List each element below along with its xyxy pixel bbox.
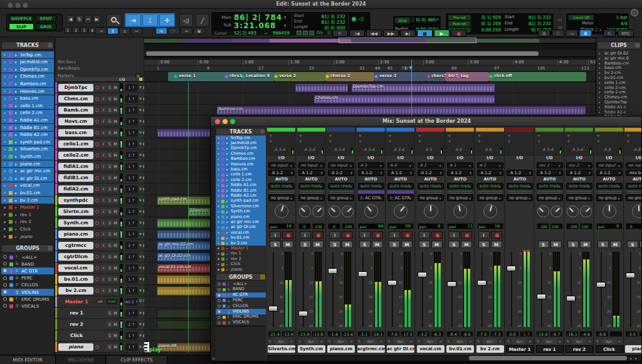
stop-button[interactable]: ■ [417, 29, 433, 37]
mix-scroll-right-icon[interactable]: ▸ [635, 356, 640, 360]
mix-group-item[interactable]: cAC GTR [216, 293, 266, 298]
clips-list-item[interactable]: ▸cello 1-cm [597, 81, 641, 86]
track-show-dot-icon[interactable] [4, 83, 6, 85]
mute-button[interactable]: M [113, 130, 118, 135]
send-slot-button[interactable]: A 5 [419, 148, 439, 153]
edit-track-header[interactable]: Bamb.cmISM1 ↑vpp [55, 105, 144, 116]
dyn-button[interactable]: dyn [304, 339, 318, 344]
pan-knob[interactable] [453, 204, 467, 218]
output-selector[interactable]: A 1-2↑ [298, 170, 325, 176]
peak-readout[interactable]: -17.5 [401, 331, 414, 337]
fader-mode-icon[interactable]: ⇅ [418, 339, 422, 344]
input-monitor-button[interactable]: I [101, 152, 106, 158]
io-assign-button[interactable]: 1 ↑ [125, 253, 138, 261]
track-show-dot-icon[interactable] [218, 200, 219, 202]
insert-slot-button[interactable]: + [329, 133, 334, 138]
counter-mini-icon[interactable]: C [327, 31, 332, 35]
group-active-icon[interactable] [3, 262, 7, 266]
io-assign-button[interactable]: 1 ↑ [125, 309, 138, 317]
group-active-icon[interactable] [218, 316, 221, 319]
track-show-dot-icon[interactable] [218, 159, 219, 160]
group-selector[interactable]: no group▾ [537, 194, 563, 201]
peak-readout[interactable] [609, 331, 623, 337]
mix-track-item[interactable]: ▸fiddle B1.cm [216, 188, 266, 193]
solo-button[interactable]: S [107, 231, 112, 237]
mute-button[interactable]: M [113, 164, 118, 169]
input-selector[interactable]: no input▾ [596, 162, 623, 169]
peak-readout[interactable]: -23.4 [341, 331, 354, 337]
io-assign-button[interactable]: 1 ↑ [125, 208, 138, 216]
track-show-dot-icon[interactable] [4, 76, 6, 78]
fader-handle[interactable] [477, 280, 487, 286]
mute-button[interactable]: M [282, 241, 293, 248]
mute-button[interactable]: M [113, 107, 118, 113]
record-enable-button[interactable] [431, 231, 443, 239]
peak-readout[interactable] [639, 331, 642, 337]
mute-button[interactable]: M [113, 209, 118, 214]
sidebar-group-item[interactable]: eCELLOS [1, 282, 54, 289]
pan-knob[interactable] [550, 205, 562, 217]
preroll-label[interactable]: Pre-roll [448, 15, 471, 20]
volume-pan-indicators[interactable]: vpp [139, 209, 144, 214]
edit-track-header[interactable]: synthpdcISM1 ↑vpp [55, 195, 144, 206]
volume-pan-indicators[interactable]: vpp [139, 344, 144, 350]
pan-knob[interactable] [329, 205, 340, 217]
mix-track-item[interactable]: ▸cello 2.cm [216, 177, 266, 182]
edit-track-header[interactable]: cello2.cmISM1 ↑vpp [55, 150, 144, 161]
automation-mode-selector[interactable]: auto read▾ [418, 183, 444, 189]
peak-readout[interactable]: -6.3 [431, 331, 444, 337]
record-enable-button[interactable] [95, 153, 99, 157]
edit-track-header[interactable]: cgtrmccISM2 ↑vpp [55, 240, 144, 251]
volume-pan-indicators[interactable]: vpp [139, 197, 144, 203]
edit-track-header[interactable]: fidlB1.cmISM1 ↑vpp [55, 172, 144, 184]
record-button[interactable]: ● [451, 29, 466, 37]
mute-button[interactable]: M [550, 241, 562, 248]
marker-icon[interactable]: ◆ [489, 73, 494, 80]
input-monitor-button[interactable]: I [478, 231, 490, 239]
track-name-chip[interactable]: cgtrDlcm [58, 253, 93, 261]
mute-button[interactable]: M [113, 344, 118, 350]
mute-button[interactable]: M [113, 197, 118, 203]
zoom-arrow-icon[interactable]: ▶ [93, 15, 101, 23]
mix-track-item[interactable]: ▸vocal.cm [216, 230, 266, 235]
sidebar-group-item[interactable]: bBAND [1, 261, 54, 268]
sidebar-track-item[interactable]: ▸ac gtr DI.cm [1, 175, 54, 182]
volume-readout[interactable]: -8.4 [446, 331, 460, 337]
mix-track-item[interactable]: ▸fiddle A2.cm [216, 193, 266, 198]
mute-button[interactable]: M [113, 96, 118, 101]
solo-button[interactable]: S [359, 241, 371, 248]
dyn-button[interactable]: dyn [453, 339, 467, 344]
mix-track-item[interactable]: ▸piano.cm [216, 214, 266, 219]
insert-slot-button[interactable]: + [537, 139, 542, 144]
solo-button[interactable]: S [107, 220, 112, 226]
solo-button[interactable]: S [627, 241, 638, 248]
insert-slot-button[interactable]: + [299, 139, 304, 144]
fader-link-icon[interactable]: ⇥ [349, 339, 354, 344]
io-assign-button[interactable]: 2 ↑ [125, 321, 138, 328]
automation-mode-selector[interactable]: auto read▾ [626, 183, 642, 189]
rtz-button[interactable]: |◀ [349, 29, 365, 37]
sidebar-track-item[interactable]: ▸bass.cm [1, 95, 54, 102]
edit-link-icon[interactable]: ≡ [119, 28, 130, 34]
insert-slot-button[interactable]: + [478, 139, 483, 144]
mix-group-item[interactable]: eCELLOS [216, 303, 266, 309]
input-monitor-button[interactable]: I [101, 141, 106, 147]
mute-button[interactable]: M [113, 276, 118, 282]
pan-knob[interactable] [567, 205, 579, 217]
edit-window-titlebar[interactable]: Edit: Sunset at the Border 2024 [0, 0, 642, 9]
clips-list-item[interactable]: ▸cello 2-cm, [597, 86, 641, 91]
clips-list-item[interactable]: ▸cello 2-cm [597, 90, 641, 95]
track-show-dot-icon[interactable] [218, 258, 219, 260]
input-monitor-button[interactable]: I [101, 118, 106, 124]
sync-icon[interactable]: ↻ [603, 29, 616, 37]
pan-knob[interactable] [312, 205, 324, 217]
mute-button[interactable]: M [113, 141, 118, 147]
mute-button[interactable]: M [639, 241, 642, 248]
track-show-dot-icon[interactable] [218, 179, 219, 181]
sidebar-group-item[interactable]: fERIC DRUMS [1, 296, 54, 303]
output-selector[interactable]: A 1-2↑ [566, 170, 592, 176]
pan-value-display[interactable]: pan59 · [387, 223, 414, 229]
edit-option-icon[interactable]: ♡ [168, 28, 180, 34]
track-show-dot-icon[interactable] [4, 127, 6, 128]
solo-button[interactable]: S [107, 288, 112, 293]
